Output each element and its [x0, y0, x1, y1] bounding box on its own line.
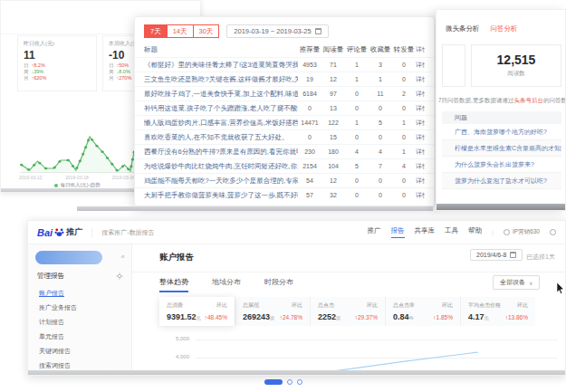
user-badge[interactable]: IP营销630 — [504, 228, 540, 236]
article-title-link[interactable]: 三文鱼生吃还是熟吃?关键在酱,这样做酱才最好吃,关键还快手! — [144, 75, 298, 84]
note-text: 的问答数据查看 — [543, 97, 565, 103]
detail-link[interactable]: 详情 — [416, 90, 425, 99]
compare-period-label: 月 — [109, 75, 114, 81]
article-title-link[interactable]: 懒人版鸡蛋炒肉片,口感丰富,营养价值高,米饭好搭档! — [144, 119, 298, 128]
kpi-card[interactable]: 总点击 环比 2252次 ↑29.37% — [310, 297, 385, 326]
question-link[interactable]: 为什么菠萝头会长出菠萝来? — [442, 157, 561, 173]
carousel-dot-active[interactable] — [264, 379, 283, 385]
legend-dot-icon — [54, 184, 58, 187]
analysis-tab[interactable]: 微头条分析 — [446, 24, 480, 33]
analysis-tab[interactable]: 问答分析 — [491, 24, 518, 33]
read-count: 104 — [321, 163, 345, 169]
article-title-link[interactable]: 鸡蛋能不能每天都吃?一天吃多少个是最合理的,专家给出答案 — [144, 177, 298, 186]
carousel-dot[interactable] — [297, 379, 302, 385]
share-count: 0 — [392, 177, 416, 184]
window-bottom-edge — [436, 204, 565, 210]
read-count: 15 — [321, 134, 345, 140]
favorite-count: 7 — [369, 163, 392, 169]
detail-link[interactable]: 详情 — [416, 148, 425, 157]
question-link[interactable]: 菠萝为什么要泡了盐水才可以吃? — [442, 173, 561, 189]
date-range-picker[interactable]: 2019-03-19 ~ 2019-03-25 — [226, 24, 328, 38]
nav-item[interactable]: 共享库 — [415, 226, 436, 238]
article-title-link[interactable]: 西餐厅没有6分熟的牛排?原来是有原因的,看完你就明白了 — [144, 148, 298, 157]
report-tab[interactable]: 整体趋势 — [159, 277, 188, 292]
nav-item[interactable]: 帮助 — [468, 226, 482, 238]
compare-percent: ↑270% — [117, 75, 132, 81]
detail-link[interactable]: 详情 — [416, 119, 425, 128]
report-tab[interactable]: 时段分布 — [264, 277, 293, 292]
table-row: 喜欢吃香菜的人,在不知不觉就收获了五大好处。 0 15 0 0 0 详情 — [135, 129, 434, 144]
stat-value: 11 — [24, 49, 91, 62]
article-title-link[interactable]: 最好吃辣子鸡了,一道美食快手菜,加上这个配料,味道立马不一样 — [144, 90, 298, 99]
carousel-indicator — [0, 379, 566, 385]
article-title-link[interactable]: 补钙用这道菜,孩子吃了个头蹭蹭涨,老人吃了腿不酸行走如风。 — [144, 104, 298, 113]
table-row: 为啥说爆炒牛肉比红烧炖牛肉,烹饪时间短还好吃,你还不知道吗? 2154 104 … — [135, 158, 434, 173]
share-count: 2 — [392, 91, 416, 97]
detail-link[interactable]: 详情 — [416, 177, 425, 186]
article-title-link[interactable]: 《都挺好》里的美味佳肴太棒了!这3道菜简直馋哭我了,你知道吗 — [144, 61, 298, 70]
kpi-stats-row: 总消费 环比 9391.52元 ↑48.45% 总展现 环比 269243次 ↑… — [159, 297, 535, 326]
y-axis-label: 5,000 — [164, 336, 189, 341]
column-header-recommend: 推荐量 — [298, 45, 321, 54]
kpi-compare-label: 环比 — [442, 301, 453, 310]
breadcrumb: 搜索推广-数据报告 — [91, 228, 154, 237]
gear-icon[interactable] — [116, 272, 123, 280]
detail-link[interactable]: 详情 — [416, 162, 425, 171]
report-tabs: 整体趋势 地域分布 时段分布 — [159, 277, 293, 292]
article-table-body: 《都挺好》里的美味佳肴太棒了!这3道菜简直馋哭我了,你知道吗 4953 71 1… — [135, 57, 434, 202]
range-button[interactable]: 30天 — [194, 24, 220, 38]
kpi-compare-label: 环比 — [292, 301, 302, 310]
compare-period-label: 月 — [24, 75, 29, 81]
stat-label: 昨日收入(元) — [24, 40, 91, 48]
detail-link[interactable]: 详情 — [416, 191, 425, 200]
reads-label: 阅读数 — [472, 70, 561, 78]
sidebar-item[interactable]: 关键词报告 — [28, 344, 131, 359]
favorite-count: 5 — [369, 120, 392, 126]
article-title-link[interactable]: 为啥说爆炒牛肉比红烧炖牛肉,烹饪时间短还好吃,你还不知道吗? — [144, 162, 298, 171]
kpi-unit: 元 — [484, 315, 490, 320]
column-header-shares: 转发量 — [392, 45, 416, 54]
detail-link[interactable]: 详情 — [416, 133, 425, 142]
collapse-sidebar-icon[interactable]: « — [121, 253, 125, 261]
detail-link[interactable]: 详情 — [416, 104, 425, 113]
sidebar-item[interactable]: 计划报告 — [28, 315, 131, 330]
recommend-count: 0 — [298, 105, 321, 111]
kpi-compare-percent: ↑48.45% — [205, 314, 227, 320]
detail-link[interactable]: 详情 — [416, 75, 425, 84]
kpi-card[interactable]: 总消费 环比 9391.52元 ↑48.45% — [159, 297, 235, 326]
carousel-dot[interactable] — [287, 379, 293, 385]
read-count: 122 — [321, 120, 345, 126]
kpi-card[interactable]: 总点击率 环比 0.84% ↑1.85% — [385, 297, 460, 326]
sidebar-item[interactable]: 推广业务报告 — [28, 301, 131, 315]
article-title-link[interactable]: 大厨手把手教你做菠萝美味,菠萝少了这一步,既不好吃还过敏! — [144, 191, 298, 200]
report-tab[interactable]: 地域分布 — [212, 277, 241, 292]
sidebar-section-label: 管理报告 — [37, 272, 64, 281]
favorite-count: 3 — [369, 62, 392, 68]
kpi-card[interactable]: 总展现 环比 269243次 ↑24.78% — [235, 297, 310, 326]
kpi-card[interactable]: 平均点击价格 环比 4.17元 ↑13.86% — [460, 297, 535, 326]
nav-item[interactable]: 推广 — [368, 226, 381, 238]
recommend-count: 2154 — [298, 163, 321, 169]
nav-item[interactable]: 工具 — [445, 226, 458, 238]
nav-item[interactable]: 报告 — [391, 226, 405, 238]
article-title-link[interactable]: 喜欢吃香菜的人,在不知不觉就收获了五大好处。 — [144, 133, 298, 142]
range-button[interactable]: 7天 — [144, 24, 168, 38]
favorite-count: 11 — [369, 91, 392, 97]
note-link[interactable]: 头条号后台 — [513, 97, 543, 103]
qa-analysis-panel: 微头条分析 问答分析 12,515 阅读数 7日问答数据,更多数据请通过头条号后… — [436, 9, 566, 211]
question-link[interactable]: 广西、海南菠萝哪个地方的好吃? — [442, 124, 561, 140]
share-count: 0 — [392, 192, 416, 198]
detail-link[interactable]: 详情 — [416, 61, 425, 70]
question-link[interactable]: 柠檬是水果里维生素C含量最高的才知道? — [442, 140, 561, 157]
sidebar-item[interactable]: 账户报告 — [28, 286, 131, 301]
column-header-reads: 阅读量 — [321, 45, 345, 54]
kpi-unit: 次 — [270, 315, 275, 320]
compare-percent: ↑50% — [117, 62, 130, 69]
avatar-icon[interactable] — [550, 229, 556, 235]
article-stats-popup: 7天 14天 30天 2019-03-19 ~ 2019-03-25 标题 推荐… — [134, 16, 435, 206]
report-date-picker[interactable]: 2019/4/6-8 — [470, 249, 523, 261]
range-button[interactable]: 14天 — [168, 24, 194, 38]
sidebar-item[interactable]: 单元报告 — [28, 330, 131, 344]
kpi-value: 0.84 — [393, 312, 409, 321]
device-filter-dropdown[interactable]: 全部设备 ∨ — [493, 275, 540, 290]
